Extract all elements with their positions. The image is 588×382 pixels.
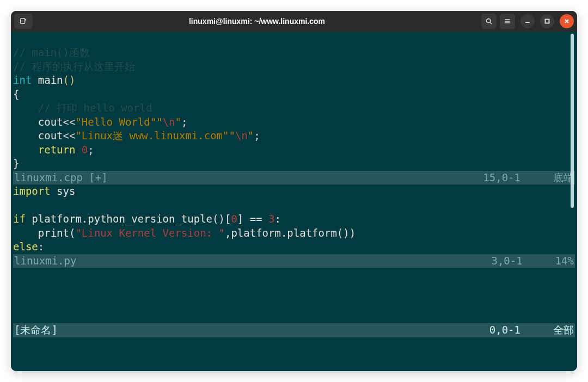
cpp-status-bar: linuxmi.cpp [+] 15,0-1 底端 <box>13 171 575 185</box>
status-modified: [+] <box>89 171 107 183</box>
brace: } <box>13 157 19 169</box>
python-pane: import sys if platform.python_version_tu… <box>13 184 575 254</box>
comment-line: // main()函数 <box>13 46 90 58</box>
py-expr: ,platform.platform()) <box>225 227 356 239</box>
escape: \n <box>235 130 248 141</box>
py-ident: sys <box>51 185 76 197</box>
brace: { <box>13 88 19 100</box>
maximize-button[interactable] <box>540 14 554 28</box>
minimize-icon <box>525 19 530 24</box>
py-keyword: if <box>13 213 26 225</box>
cpp-ident: main <box>32 74 63 86</box>
py-expr: ] == <box>237 213 268 225</box>
new-tab-button[interactable] <box>14 14 33 29</box>
status-filename: linuxmi.cpp <box>14 171 83 183</box>
escape: \n <box>163 116 175 128</box>
number: 0 <box>75 144 88 156</box>
number: 3 <box>268 213 274 225</box>
cpp-return: return <box>13 144 75 156</box>
cpp-keyword: int <box>13 74 32 86</box>
terminal-content[interactable]: // main()函数 // 程序的执行从这里开始 int main() { /… <box>11 32 577 371</box>
semicolon: ; <box>254 130 260 141</box>
svg-rect-0 <box>21 19 25 24</box>
comment-line: // 程序的执行从这里开始 <box>13 60 135 72</box>
unnamed-status-bar: [未命名] 0,0-1 全部 <box>13 323 575 337</box>
maximize-icon <box>544 19 550 24</box>
menu-button[interactable] <box>500 14 515 29</box>
string: " <box>248 130 254 141</box>
py-expr: platform.python_version_tuple()[ <box>26 213 231 225</box>
semicolon: ; <box>181 116 187 128</box>
string: "Hello World" <box>75 116 156 128</box>
close-button[interactable] <box>560 14 574 28</box>
py-keyword: import <box>13 185 51 197</box>
number: 0 <box>231 213 237 225</box>
status-filename: linuxmi.py <box>14 254 76 268</box>
py-ident: print <box>13 227 69 239</box>
string: " <box>156 116 162 128</box>
string: " <box>229 130 235 141</box>
new-tab-icon <box>20 17 27 25</box>
status-position: 3,0-1 <box>491 254 555 268</box>
scrollbar-thumb[interactable] <box>571 34 574 208</box>
cpp-pane: // main()函数 // 程序的执行从这里开始 int main() { /… <box>13 46 575 171</box>
svg-rect-2 <box>546 20 549 23</box>
string: " <box>175 116 181 128</box>
cpp-ident: cout <box>13 130 63 141</box>
search-button[interactable] <box>481 14 497 29</box>
py-keyword: else <box>13 241 38 252</box>
hamburger-icon <box>504 17 511 25</box>
titlebar: linuxmi@linuxmi: ~/www.linuxmi.com <box>11 11 577 32</box>
colon: : <box>275 213 281 225</box>
status-percent: 全部 <box>553 323 574 337</box>
status-position: 15,0-1 <box>483 171 553 185</box>
operator: << <box>63 130 76 141</box>
string: "Linux迷 www.linuxmi.com" <box>75 130 229 141</box>
colon: : <box>38 241 44 252</box>
operator: << <box>63 116 76 128</box>
py-status-bar: linuxmi.py 3,0-1 14% <box>13 254 575 268</box>
minimize-button[interactable] <box>520 14 535 28</box>
window-title: linuxmi@linuxmi: ~/www.linuxmi.com <box>36 17 478 26</box>
paren: ( <box>63 74 69 86</box>
status-position: 0,0-1 <box>489 323 553 337</box>
comment-line: // 打印 hello world <box>13 102 152 114</box>
paren: ( <box>69 227 75 239</box>
status-filename: [未命名] <box>14 323 58 337</box>
status-percent: 14% <box>555 254 574 268</box>
semicolon: ; <box>88 144 94 156</box>
cpp-ident: cout <box>13 116 63 128</box>
svg-point-1 <box>486 19 490 22</box>
terminal-window: linuxmi@linuxmi: ~/www.linuxmi.com // ma… <box>11 11 577 371</box>
search-icon <box>485 17 493 25</box>
unnamed-pane <box>13 268 575 323</box>
close-icon <box>564 19 569 24</box>
paren: ) <box>69 74 75 86</box>
string: "Linux Kernel Version: " <box>75 227 225 239</box>
